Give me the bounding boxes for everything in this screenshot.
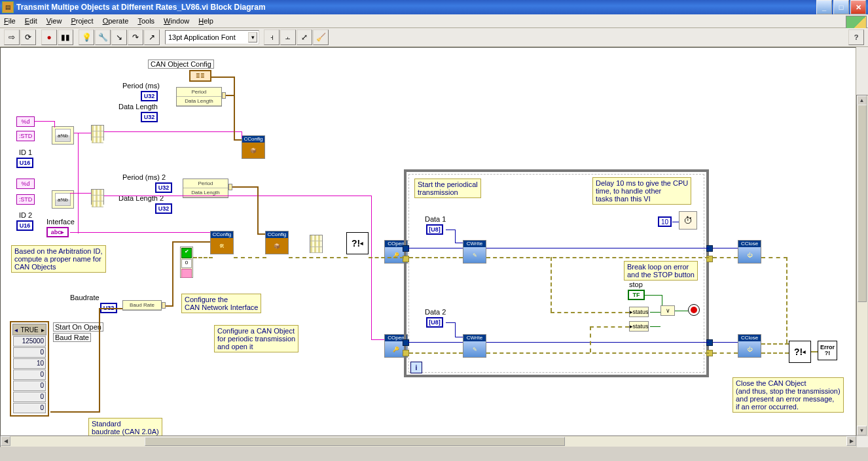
font-combo[interactable]: 13pt Application Font xyxy=(165,30,259,44)
unbundle-status-1[interactable]: ▸status xyxy=(629,307,649,317)
bundle2-period: Period xyxy=(183,179,228,188)
concat-strings-2[interactable] xyxy=(91,189,104,205)
close-button[interactable]: ✕ xyxy=(850,0,866,14)
pause-button[interactable]: ▮▮ xyxy=(58,29,73,45)
ncclose-1[interactable]: CClose⏻ xyxy=(738,240,761,264)
interface-terminal[interactable]: abc▸ xyxy=(46,227,69,237)
ncclose-2[interactable]: CClose⏻ xyxy=(738,334,761,358)
comment-arbitration: Based on the Arbitration ID, compute a p… xyxy=(11,245,106,273)
hscroll-thumb[interactable] xyxy=(145,437,565,446)
std-string-1[interactable]: :STD xyxy=(16,131,35,141)
wait-ms-icon[interactable]: ⏱ xyxy=(679,211,697,230)
cluster-label-start: Start On Open xyxy=(53,322,103,332)
format-string-1[interactable]: %d xyxy=(16,116,35,127)
run-continuous-button[interactable]: ⟳ xyxy=(20,29,36,45)
ncconfig-canobj-2[interactable]: CConfig📦 xyxy=(265,231,289,254)
datalength-terminal[interactable]: U32 xyxy=(141,112,158,122)
distribute-button[interactable]: ⫠ xyxy=(280,29,296,45)
unbundle-status-2[interactable]: ▸status xyxy=(629,321,649,332)
comment-break: Break loop on error and the STOP button xyxy=(624,261,698,281)
interface-label: Interface xyxy=(46,218,75,226)
maximize-button[interactable]: □ xyxy=(833,0,849,14)
block-diagram[interactable]: %d :STD ID 1 U16 a%b %d :STD ID 2 U16 a%… xyxy=(0,47,856,447)
build-array-configs[interactable] xyxy=(310,235,323,253)
stop-terminal[interactable]: TF xyxy=(628,290,645,300)
menubar: File Edit View Project Operate Tools Win… xyxy=(0,14,868,28)
id2-terminal[interactable]: U16 xyxy=(16,220,33,231)
app-icon: ▤ xyxy=(2,1,14,13)
concat-strings-1[interactable] xyxy=(91,125,104,141)
std-string-2[interactable]: :STD xyxy=(16,194,35,205)
vertical-scrollbar[interactable]: ▲ ▼ xyxy=(856,95,868,436)
horizontal-scrollbar[interactable]: ◀ ▶ xyxy=(0,435,857,447)
abort-button[interactable]: ● xyxy=(41,29,57,45)
wait-ms-const[interactable]: 10 xyxy=(658,216,672,227)
menu-tools[interactable]: Tools xyxy=(137,17,154,25)
stop-label: stop xyxy=(629,281,643,288)
cluster-val-0[interactable]: 125000 xyxy=(13,336,46,347)
comment-start: Start the periodical transmission xyxy=(414,179,481,198)
comment-delay: Delay 10 ms to give the CPU time, to han… xyxy=(592,177,691,205)
loop-tunnel-ref1-out xyxy=(706,245,713,252)
error-in-const[interactable]: ✔ 0 xyxy=(180,247,193,278)
ncconfig-canobj-1[interactable]: CConfig📦 xyxy=(242,135,265,159)
period2-terminal[interactable]: U32 xyxy=(155,182,172,193)
period-terminal[interactable]: U32 xyxy=(141,91,158,101)
merge-errors-1[interactable]: ?!◂ xyxy=(346,232,369,254)
id1-terminal[interactable]: U16 xyxy=(16,158,33,168)
ncconfig-net-iface[interactable]: CConfig🛠 xyxy=(210,231,234,254)
retain-values-button[interactable]: 🔧 xyxy=(95,29,111,45)
ncwrite-2[interactable]: CWrite✎ xyxy=(463,334,486,358)
compound-or[interactable]: ∨ xyxy=(660,305,675,316)
block-diagram-wrap: %d :STD ID 1 U16 a%b %d :STD ID 2 U16 a%… xyxy=(0,47,868,447)
align-button[interactable]: ⫞ xyxy=(264,29,280,45)
menu-help[interactable]: Help xyxy=(198,17,213,25)
loop-tunnel-ref2-in xyxy=(403,339,409,346)
bundle-baudrate-row: Baud Rate xyxy=(123,301,161,310)
minimize-button[interactable]: _ xyxy=(816,0,832,14)
data2-terminal[interactable]: [U8] xyxy=(426,317,443,328)
bundle-baudrate[interactable]: Baud Rate xyxy=(122,300,162,311)
vscroll-thumb[interactable] xyxy=(858,105,867,302)
context-help-button[interactable]: ? xyxy=(848,29,864,45)
comment-cfg-net: Configure the CAN Network Interface xyxy=(181,294,261,313)
menu-view[interactable]: View xyxy=(46,17,62,25)
cluster-val-3[interactable]: 0 xyxy=(13,369,46,380)
data1-terminal[interactable]: [U8] xyxy=(426,224,443,235)
format-string-2[interactable]: %d xyxy=(16,179,35,189)
window-title: Transmit Multipe Objects at Different Ra… xyxy=(16,3,815,12)
menu-edit[interactable]: Edit xyxy=(25,17,37,25)
menu-project[interactable]: Project xyxy=(71,17,93,25)
menu-file[interactable]: File xyxy=(4,17,16,25)
datalength2-terminal[interactable]: U32 xyxy=(155,203,172,214)
cluster-val-6[interactable]: 0 xyxy=(13,403,46,413)
step-out-button[interactable]: ↗ xyxy=(144,29,160,45)
merge-errors-2[interactable]: ?!◂ xyxy=(789,341,811,363)
cluster-val-5[interactable]: 0 xyxy=(13,392,46,402)
bundle-by-name-1[interactable]: Period Data Length xyxy=(176,87,222,107)
cluster-label-baud: Baud Rate xyxy=(53,333,91,342)
ncwrite-1[interactable]: CWrite✎ xyxy=(463,240,486,264)
cleanup-button[interactable]: 🧹 xyxy=(313,29,329,45)
menu-window[interactable]: Window xyxy=(164,17,189,25)
bundle1-datalength: Data Length xyxy=(177,97,221,106)
titlebar: ▤ Transmit Multipe Objects at Different … xyxy=(0,0,868,14)
cluster-val-4[interactable]: 0 xyxy=(13,381,46,391)
step-over-button[interactable]: ↷ xyxy=(128,29,143,45)
cluster-val-1[interactable]: 0 xyxy=(13,347,46,358)
menu-operate[interactable]: Operate xyxy=(103,17,129,25)
simple-error-handler[interactable]: Error?! xyxy=(818,341,837,360)
reorder-button[interactable]: ⤢ xyxy=(297,29,312,45)
data1-label: Data 1 xyxy=(425,215,446,223)
period-label: Period (ms) xyxy=(122,82,160,90)
cluster-val-2[interactable]: 10 xyxy=(13,358,46,369)
datalength-label: Data Length xyxy=(118,103,158,111)
comment-stdbaud: Standard baudrate (CAN 2.0A) xyxy=(88,418,162,437)
loop-stop-terminal[interactable] xyxy=(688,304,700,316)
format-into-string-1[interactable]: a%b xyxy=(52,126,74,145)
net-iface-cluster-const[interactable]: ◂TRUE▸ 125000 0 10 0 0 0 0 xyxy=(10,321,49,417)
step-into-button[interactable]: ↘ xyxy=(111,29,127,45)
canobj-config-const[interactable]: ≣≣ xyxy=(189,70,211,82)
highlight-button[interactable]: 💡 xyxy=(79,29,94,45)
run-button[interactable]: ⇨ xyxy=(4,29,20,45)
